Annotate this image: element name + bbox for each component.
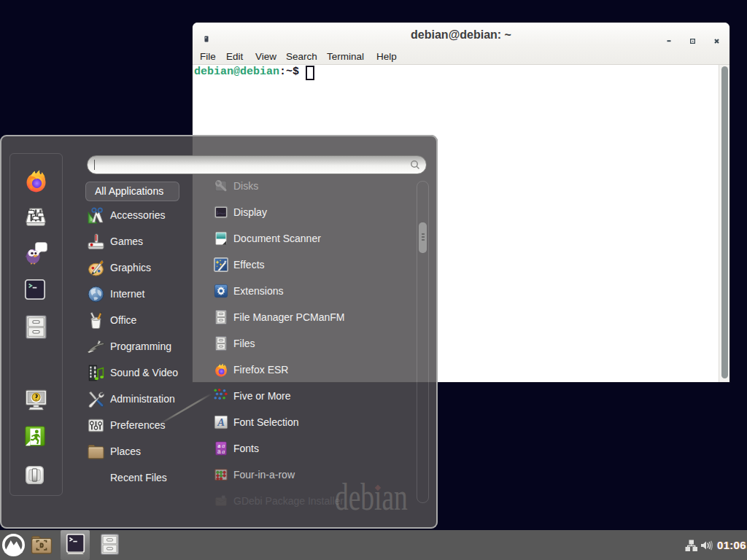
svg-text:a: a — [222, 448, 225, 455]
svg-text:A: A — [217, 416, 225, 428]
svg-text:a: a — [217, 448, 221, 455]
